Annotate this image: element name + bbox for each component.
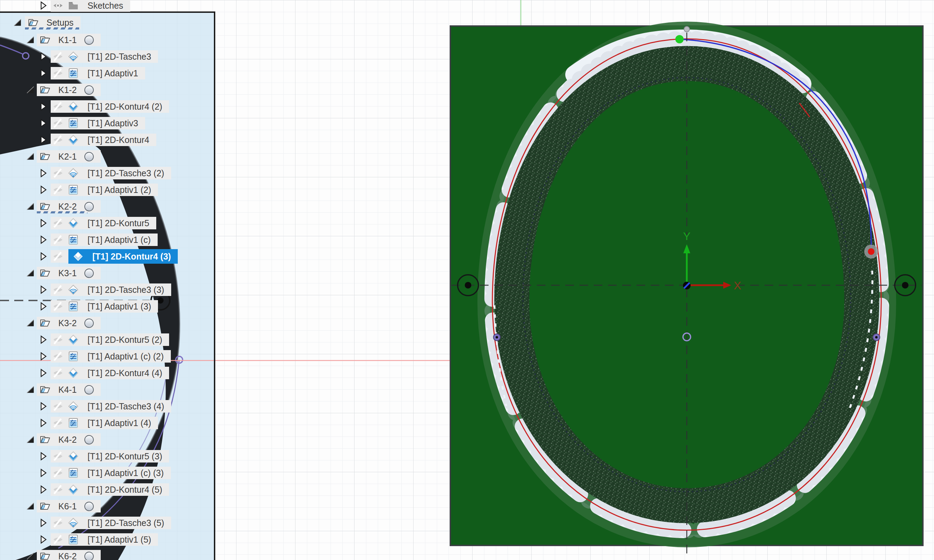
radio-circle-icon[interactable] [84, 502, 94, 511]
contour-op-icon [68, 485, 79, 495]
eye-off-icon[interactable] [53, 468, 63, 478]
radio-circle-icon[interactable] [84, 202, 94, 211]
disclosure-expanded-icon[interactable] [25, 35, 35, 45]
eye-off-icon[interactable] [53, 118, 63, 128]
setup-icon [40, 268, 50, 278]
disclosure-expanded-icon[interactable] [25, 85, 35, 95]
disclosure-collapsed-icon[interactable] [38, 218, 48, 228]
disclosure-collapsed-icon[interactable] [38, 52, 48, 62]
disclosure-collapsed-icon[interactable] [38, 235, 48, 245]
radio-circle-icon[interactable] [84, 152, 94, 162]
row-label: [T1] 2D-Tasche3 (5) [88, 518, 164, 528]
eye-off-icon[interactable] [53, 101, 63, 112]
disclosure-collapsed-icon[interactable] [38, 118, 48, 128]
row-label: [T1] Adaptiv1 (5) [88, 535, 151, 545]
setup-icon [40, 501, 50, 511]
pocket-op-icon [68, 168, 79, 178]
row-label: K2-2 [59, 202, 77, 212]
disclosure-collapsed-icon[interactable] [38, 135, 48, 145]
disclosure-collapsed-icon[interactable] [38, 168, 48, 178]
eye-off-icon[interactable] [53, 168, 63, 178]
disclosure-collapsed-icon[interactable] [38, 535, 48, 545]
radio-circle-icon[interactable] [84, 385, 94, 394]
contour-op-icon [68, 135, 79, 145]
radio-circle-icon[interactable] [84, 85, 94, 95]
row-label: K2-1 [59, 152, 77, 162]
row-label: [T1] Adaptiv1 (4) [88, 418, 151, 428]
eye-off-icon[interactable] [53, 401, 63, 411]
radio-circle-icon[interactable] [84, 552, 94, 560]
disclosure-collapsed-icon[interactable] [38, 1, 48, 11]
disclosure-collapsed-icon[interactable] [38, 451, 48, 461]
disclosure-collapsed-icon[interactable] [38, 102, 48, 111]
row-label: [T1] Adaptiv1 [88, 68, 138, 78]
disclosure-expanded-icon[interactable] [25, 268, 35, 278]
disclosure-collapsed-icon[interactable] [38, 468, 48, 478]
cam-browser-tree: Sketches Setups K1-1 [0, 0, 934, 560]
row-label: [T1] 2D-Kontur5 (3) [88, 451, 162, 462]
adaptive-op-icon [68, 468, 79, 478]
eye-off-icon[interactable] [53, 301, 63, 312]
row-label: K4-2 [59, 435, 77, 445]
eye-off-icon[interactable] [53, 351, 63, 362]
disclosure-collapsed-icon[interactable] [38, 351, 48, 361]
eye-off-icon[interactable] [53, 368, 63, 378]
eye-off-icon[interactable] [53, 451, 63, 462]
row-label: Sketches [88, 1, 123, 11]
row-label: [T1] 2D-Kontur5 (2) [88, 335, 162, 345]
disclosure-expanded-icon[interactable] [25, 152, 35, 162]
disclosure-expanded-icon[interactable] [25, 318, 35, 328]
eye-off-icon[interactable] [53, 285, 63, 295]
disclosure-expanded-icon[interactable] [25, 435, 35, 445]
disclosure-collapsed-icon[interactable] [38, 402, 48, 411]
adaptive-op-icon [68, 185, 79, 195]
row-label: [T1] 2D-Tasche3 (4) [88, 402, 164, 411]
disclosure-expanded-icon[interactable] [25, 385, 35, 394]
disclosure-collapsed-icon[interactable] [38, 302, 48, 311]
row-label: [T1] Adaptiv1 (c) [88, 235, 151, 245]
eye-off-icon[interactable] [53, 485, 63, 495]
eye-off-icon[interactable] [53, 534, 63, 545]
setup-icon [40, 151, 50, 162]
radio-circle-icon[interactable] [84, 269, 94, 278]
disclosure-collapsed-icon[interactable] [38, 485, 48, 494]
disclosure-expanded-icon[interactable] [12, 18, 22, 28]
setup-icon [40, 385, 50, 395]
eye-off-icon[interactable] [53, 518, 63, 528]
eye-off-icon[interactable] [53, 135, 63, 145]
row-label: [T1] 2D-Kontur4 (3) [92, 252, 171, 262]
disclosure-collapsed-icon[interactable] [38, 418, 48, 428]
eye-icon[interactable] [53, 0, 63, 11]
pocket-op-icon [68, 518, 79, 528]
eye-off-icon[interactable] [53, 334, 63, 345]
disclosure-collapsed-icon[interactable] [38, 252, 48, 261]
pocket-op-icon [68, 51, 79, 62]
disclosure-collapsed-icon[interactable] [38, 335, 48, 345]
disclosure-collapsed-icon[interactable] [38, 368, 48, 378]
radio-circle-icon[interactable] [84, 318, 94, 328]
row-label: [T1] Adaptiv3 [88, 118, 138, 128]
eye-off-icon[interactable] [53, 185, 63, 195]
disclosure-collapsed-icon[interactable] [38, 518, 48, 528]
row-label: [T1] 2D-Tasche3 [88, 52, 151, 62]
eye-off-icon[interactable] [53, 218, 63, 228]
disclosure-expanded-icon[interactable] [25, 502, 35, 511]
eye-off-icon[interactable] [53, 418, 63, 428]
radio-circle-icon[interactable] [84, 35, 94, 45]
eye-off-icon[interactable] [53, 68, 63, 78]
disclosure-expanded-icon[interactable] [25, 202, 35, 211]
row-label: [T1] 2D-Kontur4 (4) [88, 368, 162, 378]
eye-off-icon[interactable] [53, 235, 63, 245]
eye-off-icon[interactable] [53, 51, 63, 62]
row-label: K1-1 [59, 35, 77, 45]
disclosure-collapsed-icon[interactable] [38, 285, 48, 295]
row-label: [T1] Adaptiv1 (c) (2) [88, 351, 164, 362]
eye-off-icon[interactable] [53, 251, 63, 262]
disclosure-expanded-icon[interactable] [25, 551, 35, 560]
row-label: [T1] Adaptiv1 (c) (3) [88, 468, 164, 478]
disclosure-collapsed-icon[interactable] [38, 68, 48, 78]
radio-circle-icon[interactable] [84, 435, 94, 445]
contour-op-icon [68, 451, 79, 462]
disclosure-collapsed-icon[interactable] [38, 185, 48, 195]
row-label: K6-1 [59, 502, 77, 511]
